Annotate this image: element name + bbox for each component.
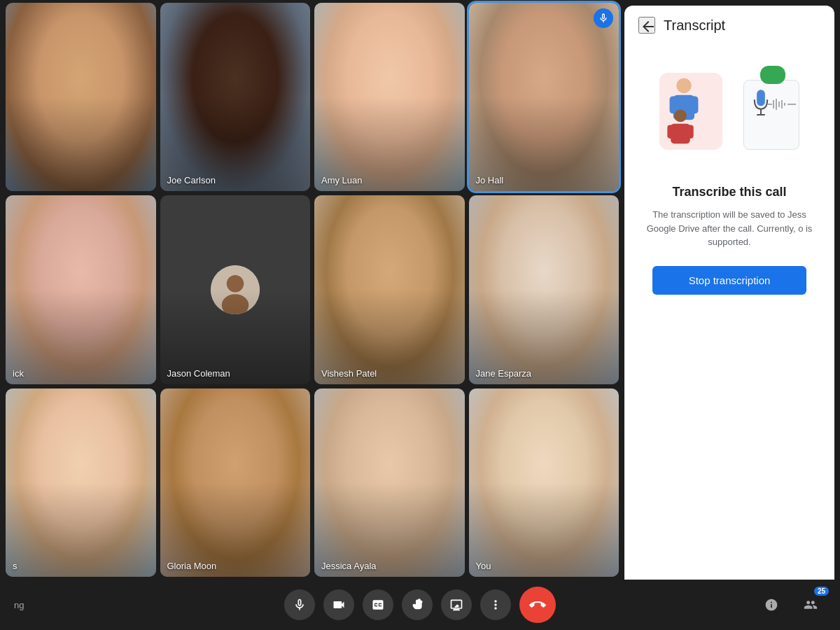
transcript-header: Transcript: [624, 6, 834, 45]
illustration-waveform: [768, 97, 796, 111]
video-grid: Joe Carlson Amy Luan Jo Hall: [6, 3, 619, 577]
tile-overlay: [6, 388, 156, 577]
video-tile: Gloria Moon: [160, 388, 311, 577]
participant-name: s: [13, 561, 18, 571]
more-options-button[interactable]: [480, 589, 511, 620]
transcript-body: Transcribe this call The transcription w…: [624, 178, 834, 580]
back-button[interactable]: [638, 17, 655, 34]
toolbar: ng: [0, 580, 840, 630]
tile-overlay: [469, 195, 620, 384]
info-button[interactable]: [756, 589, 787, 620]
participant-name: Jo Hall: [476, 175, 504, 186]
mic-icon: [293, 598, 307, 612]
video-tile: s: [6, 388, 156, 577]
transcribe-call-title: Transcribe this call: [641, 185, 818, 200]
transcript-illustration: [624, 45, 834, 178]
video-tile: Joe Carlson: [160, 3, 311, 191]
tile-overlay: [160, 388, 311, 577]
participant-name: Jane Esparza: [476, 368, 532, 379]
tile-overlay: [314, 3, 465, 191]
participant-name: Joe Carlson: [167, 175, 216, 186]
tile-overlay: [6, 3, 156, 191]
info-icon: [764, 598, 778, 612]
video-tile: [6, 3, 156, 191]
participants-button[interactable]: 25: [795, 589, 826, 620]
transcript-panel: Transcript: [624, 6, 834, 580]
participant-name: Gloria Moon: [167, 561, 217, 571]
tile-overlay: [160, 195, 311, 384]
mic-active-icon: [598, 13, 609, 24]
video-tile: Jason Coleman: [160, 195, 311, 384]
svg-rect-10: [685, 125, 693, 139]
svg-point-3: [676, 78, 691, 93]
transcript-title: Transcript: [664, 18, 725, 34]
video-tile: Jessica Ayala: [314, 388, 465, 577]
svg-point-7: [674, 109, 687, 122]
call-id-label: ng: [14, 600, 24, 610]
participants-count-badge: 25: [814, 587, 829, 596]
video-tile: ick: [6, 195, 156, 384]
tile-overlay: [469, 3, 620, 191]
captions-button[interactable]: [363, 589, 393, 620]
video-grid-container: Joe Carlson Amy Luan Jo Hall: [0, 0, 624, 580]
tile-overlay: [160, 3, 311, 191]
more-dots-icon: [489, 598, 503, 612]
present-button[interactable]: [441, 589, 472, 620]
svg-rect-9: [667, 125, 675, 139]
participant-name: Jessica Ayala: [321, 561, 377, 571]
stop-transcription-button[interactable]: Stop transcription: [652, 266, 806, 295]
transcribe-call-description: The transcription will be saved to Jess …: [641, 208, 818, 249]
participant-name: You: [476, 561, 491, 571]
illustration: [652, 59, 806, 171]
captions-icon: [371, 598, 385, 612]
svg-rect-11: [757, 90, 765, 106]
raise-hand-button[interactable]: [402, 589, 433, 620]
present-icon: [449, 598, 463, 612]
camera-button[interactable]: [323, 589, 354, 620]
video-tile: Vishesh Patel: [314, 195, 465, 384]
participant-name: Amy Luan: [321, 175, 363, 186]
tile-overlay: [314, 388, 465, 577]
end-call-icon: [529, 596, 546, 613]
speaking-indicator: [594, 8, 613, 28]
camera-icon: [332, 598, 346, 612]
tile-overlay: [469, 388, 620, 577]
tile-overlay: [314, 195, 465, 384]
hand-icon: [410, 598, 424, 612]
end-call-button[interactable]: [519, 587, 556, 623]
main-area: Joe Carlson Amy Luan Jo Hall: [0, 0, 840, 580]
video-tile-active: Jo Hall: [469, 3, 620, 191]
participant-name: ick: [13, 368, 24, 379]
mic-button[interactable]: [284, 589, 315, 620]
illustration-speech-bubble: [760, 66, 785, 84]
participant-name: Jason Coleman: [167, 368, 230, 379]
toolbar-right: 25: [756, 589, 826, 620]
video-tile: You: [469, 388, 620, 577]
video-tile: Amy Luan: [314, 3, 465, 191]
video-tile: Jane Esparza: [469, 195, 620, 384]
participant-name: Vishesh Patel: [321, 368, 377, 379]
illustration-person2: [663, 108, 698, 153]
people-icon: [804, 598, 818, 612]
tile-overlay: [6, 195, 156, 384]
